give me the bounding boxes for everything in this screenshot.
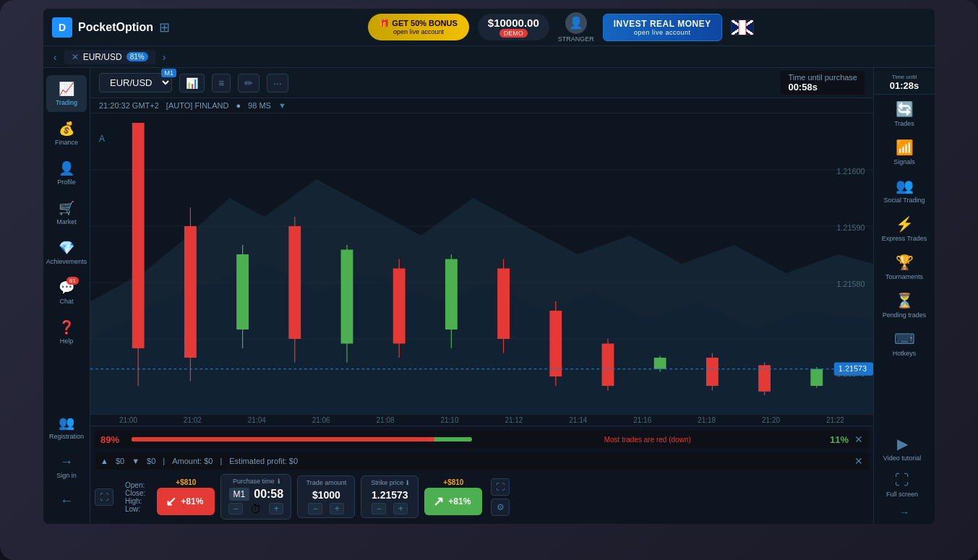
tab-prev-button[interactable]: ‹ bbox=[49, 51, 61, 63]
time-21-08: 21:08 bbox=[377, 416, 395, 424]
svg-text:A: A bbox=[99, 134, 106, 145]
ping-dropdown[interactable]: ▼ bbox=[278, 101, 286, 110]
right-sidebar-trades[interactable]: 🔄 Trades bbox=[876, 96, 932, 132]
svg-rect-8 bbox=[132, 123, 145, 348]
tab-percent: 81% bbox=[126, 52, 148, 61]
trade-amount-control: Trade amount $1000 − + bbox=[297, 475, 355, 518]
time-21-20: 21:20 bbox=[762, 416, 780, 424]
right-sidebar-pending-trades[interactable]: ⏳ Pending trades bbox=[876, 288, 932, 323]
chart-more-button[interactable]: ··· bbox=[267, 74, 288, 92]
trades-label: Trades bbox=[894, 120, 914, 127]
tab-next-button[interactable]: › bbox=[158, 51, 171, 63]
sentiment-label: Most trades are red (down) bbox=[478, 436, 818, 444]
svg-rect-24 bbox=[549, 311, 562, 376]
full-screen-icon: ⛶ bbox=[895, 472, 909, 488]
buy-amount: $0 bbox=[116, 457, 124, 465]
right-sidebar-full-screen[interactable]: ⛶ Full screen bbox=[874, 468, 930, 502]
right-sidebar-tournaments[interactable]: 🏆 Tournaments bbox=[876, 249, 932, 285]
full-screen-label: Full screen bbox=[886, 491, 918, 498]
sidebar-item-chat[interactable]: 💬81 Chat bbox=[46, 274, 87, 311]
logo-area: D PocketPocketOptionOption ⊞ bbox=[52, 17, 184, 38]
sidebar-arrow-right[interactable]: → bbox=[874, 504, 935, 521]
main-content: 📈 Trading 💰 Finance 👤 Profile 🛒 Market 💎 bbox=[43, 68, 935, 524]
time-21-16: 21:16 bbox=[633, 416, 651, 424]
back-icon: ← bbox=[60, 494, 73, 509]
bear-percent: 89% bbox=[100, 434, 126, 445]
right-sidebar-bottom: ▶ Video tutorial ⛶ Full screen → bbox=[874, 429, 935, 521]
svg-rect-22 bbox=[497, 269, 510, 340]
sidebar-item-achievements[interactable]: 💎 Achievements bbox=[46, 234, 87, 271]
sidebar-item-back[interactable]: ← bbox=[46, 488, 87, 517]
right-sidebar-video-tutorial[interactable]: ▶ Video tutorial bbox=[874, 431, 930, 466]
price-decrease-button[interactable]: − bbox=[372, 503, 386, 514]
chat-badge: 81 bbox=[67, 277, 79, 285]
grid-icon[interactable]: ⊞ bbox=[159, 20, 170, 35]
profit-close-button[interactable]: ✕ bbox=[854, 455, 863, 467]
chat-icon: 💬81 bbox=[59, 280, 74, 296]
amount-expand-button[interactable]: ⛶ bbox=[491, 478, 510, 496]
right-sidebar-hotkeys[interactable]: ⌨ Hotkeys bbox=[876, 326, 932, 361]
svg-text:1.21570: 1.21570 bbox=[836, 369, 865, 378]
settings-expand-button[interactable]: ⚙ bbox=[491, 499, 510, 516]
svg-rect-30 bbox=[706, 358, 719, 386]
time-until-purchase-panel: Time until purchase 00:58s bbox=[781, 71, 865, 95]
achievements-icon: 💎 bbox=[59, 240, 74, 256]
bonus-button[interactable]: 🎁 GET 50% BONUS open live account bbox=[368, 14, 469, 41]
price-increase-button[interactable]: + bbox=[393, 503, 408, 514]
time-21-02: 21:02 bbox=[184, 416, 202, 424]
m1-badge: M1 bbox=[161, 69, 176, 77]
hotkeys-icon: ⌨ bbox=[894, 330, 915, 348]
invest-button[interactable]: INvEST REAL MONEY open live account bbox=[603, 14, 722, 41]
avatar-area[interactable]: 👤 STRANGER bbox=[558, 12, 594, 43]
chart-draw-button[interactable]: ✏ bbox=[238, 74, 259, 92]
chart-type-button[interactable]: 📊 bbox=[179, 74, 205, 92]
chart-settings-button[interactable]: ≡ bbox=[212, 74, 231, 92]
amount-decrease-button[interactable]: − bbox=[308, 503, 322, 514]
sidebar-item-trading[interactable]: 📈 Trading bbox=[46, 75, 87, 112]
time-until-panel: Time until 01:28s bbox=[874, 71, 935, 95]
sidebar-registration-label: Registration bbox=[49, 433, 84, 440]
sidebar-item-registration[interactable]: 👥 Registration bbox=[46, 409, 87, 446]
finance-icon: 💰 bbox=[59, 121, 74, 137]
signals-label: Signals bbox=[893, 158, 915, 165]
expand-button[interactable]: ⛶ bbox=[95, 488, 113, 506]
right-sidebar-express-trades[interactable]: ⚡ Express Trades bbox=[876, 211, 932, 246]
sidebar-item-market[interactable]: 🛒 Market bbox=[46, 194, 87, 231]
open-label: Open: bbox=[125, 481, 145, 489]
tab-pair-label: EUR/USD bbox=[83, 52, 122, 62]
bonus-label: GET 50% BONUS bbox=[392, 19, 457, 27]
time-decrease-button[interactable]: − bbox=[228, 503, 243, 514]
time-increase-button[interactable]: + bbox=[269, 503, 283, 514]
sell-percent-label: +81% bbox=[181, 496, 203, 507]
time-until-sidebar-value: 01:28s bbox=[890, 80, 919, 91]
sidebar-item-finance[interactable]: 💰 Finance bbox=[46, 115, 87, 152]
buy-arrow-icon-btn: ↗ bbox=[433, 494, 444, 509]
sidebar-item-profile[interactable]: 👤 Profile bbox=[46, 155, 87, 191]
right-sidebar-social-trading[interactable]: 👥 Social Trading bbox=[876, 173, 932, 208]
duration-value: 00:58 bbox=[254, 488, 283, 501]
sidebar-trading-label: Trading bbox=[56, 99, 77, 106]
ohlc-info: Open: Close: High: Low: bbox=[119, 478, 151, 516]
sidebar-profile-label: Profile bbox=[57, 178, 76, 186]
sidebar-item-help[interactable]: ❓ Help bbox=[46, 314, 87, 350]
tab-eurusd[interactable]: ✕ EUR/USD 81% bbox=[64, 50, 155, 64]
svg-rect-10 bbox=[184, 226, 197, 358]
sidebar-item-signin[interactable]: → Sign in bbox=[46, 449, 87, 485]
market-icon: 🛒 bbox=[59, 200, 74, 216]
strike-price-control: Strike price ℹ 1.21573 − + bbox=[361, 475, 419, 518]
bull-percent: 11% bbox=[823, 434, 849, 445]
sentiment-close-button[interactable]: ✕ bbox=[854, 434, 863, 445]
buy-button[interactable]: ↗ +81% bbox=[424, 488, 482, 515]
uk-flag[interactable] bbox=[731, 20, 754, 35]
amount-increase-button[interactable]: + bbox=[330, 503, 344, 514]
time-until-chart-value: 00:58s bbox=[788, 82, 857, 92]
trade-amount-value: $1000 bbox=[312, 489, 340, 501]
svg-rect-34 bbox=[810, 369, 823, 386]
sidebar-help-label: Help bbox=[60, 337, 74, 345]
candlestick-container: A bbox=[90, 113, 873, 414]
sidebar-market-label: Market bbox=[56, 218, 77, 225]
sentiment-bar: 89% Most trades are red (down) 11% ✕ bbox=[95, 431, 869, 448]
sell-button[interactable]: ↙ +81% bbox=[157, 488, 215, 515]
tab-close-icon[interactable]: ✕ bbox=[72, 52, 79, 62]
right-sidebar-signals[interactable]: 📶 Signals bbox=[876, 134, 932, 170]
